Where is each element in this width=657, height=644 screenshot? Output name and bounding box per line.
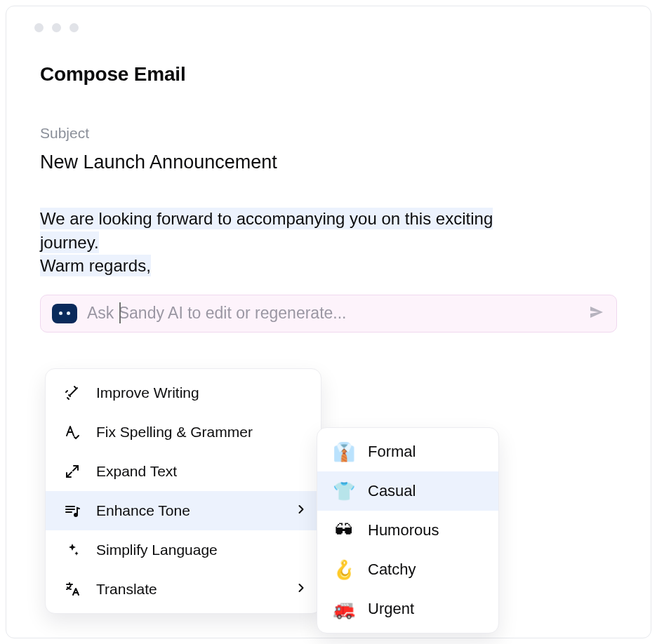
page-title: Compose Email [40,63,617,86]
menu-item-expand-text[interactable]: Expand Text [46,452,321,491]
tone-label: Formal [368,443,416,461]
menu-label: Enhance Tone [96,502,280,519]
firetruck-icon: 🚒 [333,598,355,620]
tone-option-casual[interactable]: 👕 Casual [317,471,498,511]
menu-label: Simplify Language [96,542,308,558]
chevron-right-icon [294,581,308,598]
menu-label: Translate [96,581,280,598]
email-body[interactable]: We are looking forward to accompanying y… [40,207,617,278]
window-controls [6,6,651,32]
hook-icon: 🪝 [333,558,355,581]
tone-label: Catchy [368,561,416,579]
window-close-dot[interactable] [34,23,44,32]
menu-label: Improve Writing [96,384,308,401]
tone-notes-icon [62,501,82,521]
sunglasses-icon: 🕶 [333,519,355,542]
ai-prompt-bar [40,295,617,333]
spellcheck-icon [62,422,82,442]
window-minimize-dot[interactable] [52,23,61,32]
expand-arrows-icon [62,462,82,481]
tone-option-formal[interactable]: 👔 Formal [317,432,498,471]
menu-item-translate[interactable]: Translate [46,570,321,609]
menu-item-improve-writing[interactable]: Improve Writing [46,373,321,412]
tshirt-icon: 👕 [333,480,355,502]
ai-avatar-icon [52,304,77,323]
tone-option-humorous[interactable]: 🕶 Humorous [317,511,498,550]
magic-wand-icon [62,383,82,403]
selected-text-line1: We are looking forward to accompanying y… [40,208,493,229]
menu-item-simplify-language[interactable]: Simplify Language [46,530,321,570]
compose-window: Compose Email Subject New Launch Announc… [6,6,651,638]
menu-item-enhance-tone[interactable]: Enhance Tone [46,491,321,530]
chevron-right-icon [294,502,308,520]
tone-label: Urgent [368,600,414,618]
tone-option-catchy[interactable]: 🪝 Catchy [317,550,498,589]
selected-text-line3: Warm regards, [40,255,151,276]
ai-actions-menu: Improve Writing Fix Spelling & Grammer E… [45,368,321,614]
necktie-icon: 👔 [333,441,355,463]
menu-item-fix-spelling[interactable]: Fix Spelling & Grammer [46,412,321,452]
translate-icon [62,579,82,599]
send-icon[interactable] [588,304,605,323]
text-cursor [119,302,121,323]
tone-submenu: 👔 Formal 👕 Casual 🕶 Humorous 🪝 Catchy 🚒 … [317,427,499,633]
window-zoom-dot[interactable] [69,23,79,32]
menu-label: Expand Text [96,463,308,480]
sparkles-icon [62,540,82,560]
ai-prompt-input[interactable] [87,304,578,323]
selected-text-line2: journey. [40,232,99,253]
tone-label: Casual [368,482,416,500]
tone-label: Humorous [368,521,439,539]
subject-label: Subject [40,125,617,142]
tone-option-urgent[interactable]: 🚒 Urgent [317,589,498,629]
subject-input[interactable]: New Launch Announcement [40,152,617,173]
menu-label: Fix Spelling & Grammer [96,424,308,441]
